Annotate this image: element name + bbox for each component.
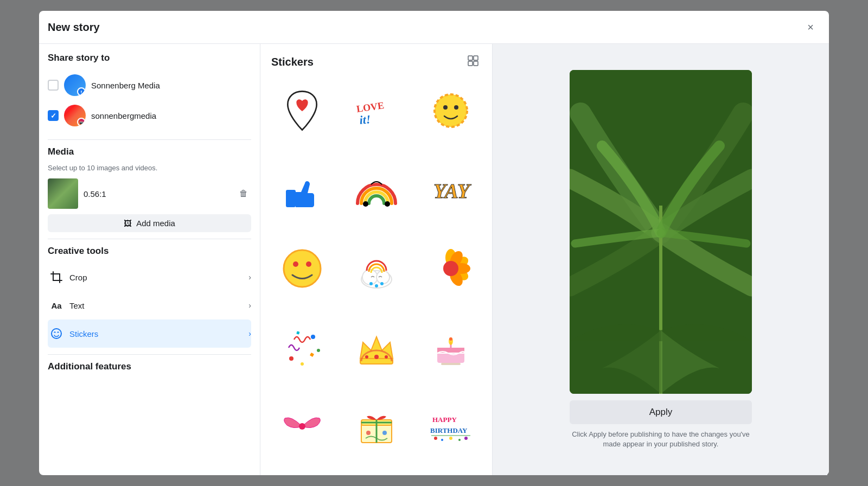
add-media-label: Add media xyxy=(136,219,175,228)
tool-item-stickers[interactable]: Stickers › xyxy=(48,319,251,348)
sticker-item-rainbow-cloud[interactable] xyxy=(341,236,411,301)
sticker-item-crown[interactable] xyxy=(341,315,411,380)
svg-point-34 xyxy=(317,349,320,352)
svg-point-53 xyxy=(366,431,371,435)
svg-point-16 xyxy=(293,261,298,267)
divider-3 xyxy=(48,354,251,355)
svg-text:HAPPY: HAPPY xyxy=(432,415,457,424)
creative-tools-section: Creative tools Crop › xyxy=(48,246,251,348)
creative-tools-title: Creative tools xyxy=(48,246,251,257)
sticker-item-gift[interactable] xyxy=(341,394,411,459)
apply-button[interactable]: Apply xyxy=(570,400,752,424)
tool-item-crop[interactable]: Crop › xyxy=(48,263,251,291)
modal-title: New story xyxy=(48,21,100,34)
sticker-item-bow[interactable] xyxy=(267,394,337,459)
middle-panel: Stickers xyxy=(260,44,493,475)
instagram-badge: 📷 xyxy=(77,118,86,126)
svg-point-47 xyxy=(449,337,452,341)
svg-point-48 xyxy=(299,423,305,430)
svg-point-10 xyxy=(454,105,458,110)
sticker-item-heart-pin[interactable] xyxy=(267,78,337,143)
story-preview xyxy=(570,70,752,394)
sticker-item-flower[interactable] xyxy=(416,236,486,301)
svg-point-58 xyxy=(434,437,437,440)
facebook-badge: f xyxy=(77,87,86,96)
sticker-item-cake[interactable] xyxy=(416,315,486,380)
svg-rect-35 xyxy=(309,353,314,357)
svg-rect-1 xyxy=(468,56,473,60)
new-story-modal: New story × Share story to f Sonnenberg … xyxy=(39,11,829,475)
thumbnail-image xyxy=(48,178,78,209)
stickers-header: Stickers xyxy=(260,44,492,78)
divider-2 xyxy=(48,239,251,239)
add-media-button[interactable]: 🖼 Add media xyxy=(48,214,251,232)
share-item-facebook[interactable]: f Sonnenberg Media xyxy=(48,70,251,100)
media-item: 0.56:1 🗑 xyxy=(48,178,251,209)
stickers-title: Stickers xyxy=(271,56,314,68)
instagram-checkbox[interactable] xyxy=(48,110,59,121)
svg-point-62 xyxy=(464,437,468,440)
tool-item-text[interactable]: Aa Text › xyxy=(48,291,251,319)
svg-text:LOVE: LOVE xyxy=(355,100,384,114)
sticker-item-rainbow1[interactable] xyxy=(341,157,411,222)
svg-rect-11 xyxy=(286,190,296,207)
facebook-account-name: Sonnenberg Media xyxy=(91,81,160,90)
sticker-item-love-it[interactable]: LOVE it! xyxy=(341,78,411,143)
svg-point-12 xyxy=(363,201,368,207)
svg-point-54 xyxy=(382,431,387,435)
svg-rect-4 xyxy=(474,61,478,66)
svg-rect-3 xyxy=(468,61,473,66)
svg-point-59 xyxy=(441,439,443,441)
svg-point-15 xyxy=(284,250,321,287)
svg-point-23 xyxy=(380,282,384,285)
modal-header: New story × xyxy=(39,11,829,44)
right-panel: Apply Click Apply before publishing to h… xyxy=(493,44,829,475)
svg-point-17 xyxy=(306,261,311,267)
instagram-account-name: sonnenbergmedia xyxy=(91,111,156,120)
svg-text:BIRTHDAY: BIRTHDAY xyxy=(430,426,468,434)
media-thumbnail xyxy=(48,178,78,209)
additional-features-section: Additional features xyxy=(48,361,251,372)
sticker-item-yay[interactable]: YAY xyxy=(416,157,486,222)
delete-media-button[interactable]: 🗑 xyxy=(236,186,251,202)
add-media-icon: 🖼 xyxy=(124,219,132,228)
stickers-grid-button[interactable] xyxy=(465,53,481,72)
svg-point-21 xyxy=(369,282,373,285)
svg-point-39 xyxy=(365,355,368,359)
apply-hint: Click Apply before publishing to have th… xyxy=(570,430,752,449)
sticker-item-confetti[interactable] xyxy=(267,315,337,380)
facebook-avatar: f xyxy=(64,74,86,96)
media-ratio: 0.56:1 xyxy=(84,189,231,199)
crop-icon xyxy=(48,268,65,286)
svg-point-22 xyxy=(375,284,378,287)
close-button[interactable]: × xyxy=(801,17,820,37)
share-section-title: Share story to xyxy=(48,53,251,63)
left-panel: Share story to f Sonnenberg Media xyxy=(39,44,260,475)
svg-point-9 xyxy=(443,105,448,110)
sticker-item-sun[interactable] xyxy=(416,78,486,143)
crop-label: Crop xyxy=(69,273,248,282)
svg-rect-44 xyxy=(441,363,461,365)
svg-rect-37 xyxy=(360,359,393,364)
svg-text:YAY: YAY xyxy=(433,180,472,202)
media-section-title: Media xyxy=(48,146,251,157)
divider-1 xyxy=(48,139,251,140)
facebook-checkbox[interactable] xyxy=(48,80,59,91)
share-item-instagram[interactable]: 📷 sonnenbergmedia xyxy=(48,100,251,131)
svg-point-61 xyxy=(458,439,461,441)
svg-point-13 xyxy=(385,201,390,207)
svg-point-33 xyxy=(301,362,304,366)
share-list: f Sonnenberg Media 📷 sonnenbergmedia xyxy=(48,70,251,131)
sticker-item-smiley[interactable] xyxy=(267,236,337,301)
svg-rect-36 xyxy=(296,331,299,334)
svg-rect-2 xyxy=(474,56,478,60)
svg-point-60 xyxy=(449,437,452,440)
text-label: Text xyxy=(69,301,248,310)
svg-point-32 xyxy=(311,335,315,339)
sticker-item-thumbsup[interactable] xyxy=(267,157,337,222)
crop-arrow: › xyxy=(248,273,251,282)
stickers-icon xyxy=(48,325,65,342)
modal-overlay[interactable]: New story × Share story to f Sonnenberg … xyxy=(0,0,868,486)
sticker-item-happy-birthday[interactable]: HAPPY BIRTHDAY xyxy=(416,394,486,459)
stickers-label: Stickers xyxy=(69,329,248,338)
